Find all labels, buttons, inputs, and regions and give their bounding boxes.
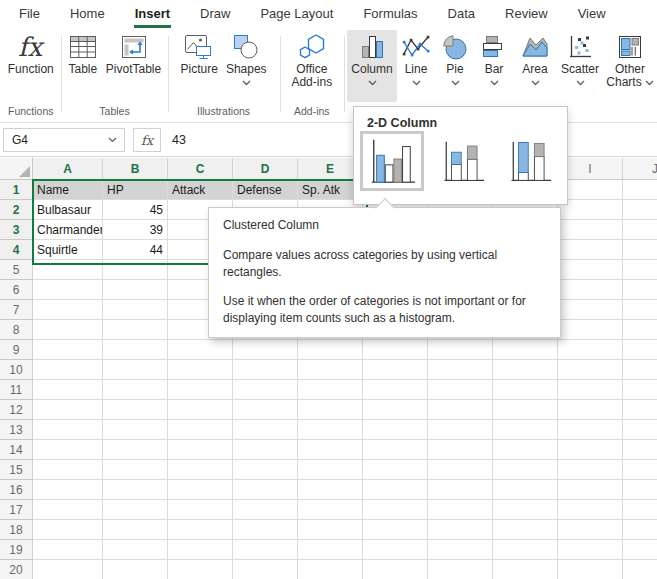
cell-g18[interactable] xyxy=(428,520,493,540)
cell-j17[interactable] xyxy=(623,500,657,520)
cell-c1[interactable]: Attack xyxy=(168,180,233,200)
cell-d1[interactable]: Defense xyxy=(233,180,298,200)
row-header-13[interactable]: 13 xyxy=(0,420,33,440)
cell-j6[interactable] xyxy=(623,280,657,300)
cell-h12[interactable] xyxy=(493,400,558,420)
cell-b11[interactable] xyxy=(103,380,168,400)
row-header-8[interactable]: 8 xyxy=(0,320,33,340)
column-header-c[interactable]: C xyxy=(168,158,233,180)
cell-d19[interactable] xyxy=(233,540,298,560)
cell-e17[interactable] xyxy=(298,500,363,520)
cell-a2[interactable]: Bulbasaur xyxy=(33,200,103,220)
cell-h16[interactable] xyxy=(493,480,558,500)
cell-d16[interactable] xyxy=(233,480,298,500)
ribbon-button-function[interactable]: fxFunction xyxy=(4,30,58,102)
tab-review[interactable]: Review xyxy=(490,0,563,28)
tab-formulas[interactable]: Formulas xyxy=(348,0,432,28)
row-header-17[interactable]: 17 xyxy=(0,500,33,520)
row-header-3[interactable]: 3 xyxy=(0,220,33,240)
ribbon-button-column[interactable]: Column xyxy=(347,30,397,102)
cell-b19[interactable] xyxy=(103,540,168,560)
row-header-18[interactable]: 18 xyxy=(0,520,33,540)
cell-e16[interactable] xyxy=(298,480,363,500)
row-header-19[interactable]: 19 xyxy=(0,540,33,560)
cell-g14[interactable] xyxy=(428,440,493,460)
cell-a19[interactable] xyxy=(33,540,103,560)
cell-a7[interactable] xyxy=(33,300,103,320)
ribbon-button-other-charts[interactable]: OtherCharts xyxy=(603,30,657,102)
cell-h11[interactable] xyxy=(493,380,558,400)
cell-i17[interactable] xyxy=(558,500,623,520)
cell-j18[interactable] xyxy=(623,520,657,540)
cell-b5[interactable] xyxy=(103,260,168,280)
cell-e15[interactable] xyxy=(298,460,363,480)
cell-c11[interactable] xyxy=(168,380,233,400)
tab-data[interactable]: Data xyxy=(433,0,490,28)
cell-j11[interactable] xyxy=(623,380,657,400)
cell-i11[interactable] xyxy=(558,380,623,400)
chevron-down-icon[interactable] xyxy=(531,78,540,88)
cell-a18[interactable] xyxy=(33,520,103,540)
cell-d20[interactable] xyxy=(233,560,298,579)
cell-e12[interactable] xyxy=(298,400,363,420)
column-header-d[interactable]: D xyxy=(233,158,298,180)
chevron-down-icon[interactable] xyxy=(108,137,117,143)
cell-f17[interactable] xyxy=(363,500,428,520)
cell-d9[interactable] xyxy=(233,340,298,360)
cell-a8[interactable] xyxy=(33,320,103,340)
cell-c14[interactable] xyxy=(168,440,233,460)
chevron-down-icon[interactable] xyxy=(576,78,585,88)
cell-d14[interactable] xyxy=(233,440,298,460)
cell-a20[interactable] xyxy=(33,560,103,579)
cell-i9[interactable] xyxy=(558,340,623,360)
cell-a14[interactable] xyxy=(33,440,103,460)
cell-i8[interactable] xyxy=(558,320,623,340)
cell-i15[interactable] xyxy=(558,460,623,480)
column-header-j[interactable]: J xyxy=(623,158,657,180)
cell-a13[interactable] xyxy=(33,420,103,440)
cell-f18[interactable] xyxy=(363,520,428,540)
row-header-15[interactable]: 15 xyxy=(0,460,33,480)
cell-c13[interactable] xyxy=(168,420,233,440)
ribbon-button-table[interactable]: Table xyxy=(64,30,102,102)
cell-e19[interactable] xyxy=(298,540,363,560)
ribbon-button-shapes[interactable]: Shapes xyxy=(222,30,271,102)
cell-f9[interactable] xyxy=(363,340,428,360)
cell-j2[interactable] xyxy=(623,200,657,220)
cell-a9[interactable] xyxy=(33,340,103,360)
clustered-column[interactable] xyxy=(360,131,424,191)
cell-b4[interactable]: 44 xyxy=(103,240,168,260)
cell-j8[interactable] xyxy=(623,320,657,340)
cell-f12[interactable] xyxy=(363,400,428,420)
cell-j12[interactable] xyxy=(623,400,657,420)
cell-b3[interactable]: 39 xyxy=(103,220,168,240)
row-header-16[interactable]: 16 xyxy=(0,480,33,500)
chevron-down-icon[interactable] xyxy=(368,78,377,88)
cell-d18[interactable] xyxy=(233,520,298,540)
tab-view[interactable]: View xyxy=(563,0,621,28)
cell-a16[interactable] xyxy=(33,480,103,500)
cell-c18[interactable] xyxy=(168,520,233,540)
cell-a17[interactable] xyxy=(33,500,103,520)
cell-e18[interactable] xyxy=(298,520,363,540)
cell-i16[interactable] xyxy=(558,480,623,500)
cell-f20[interactable] xyxy=(363,560,428,579)
cell-b18[interactable] xyxy=(103,520,168,540)
hundred-percent-stacked-column[interactable] xyxy=(508,138,552,184)
chevron-down-icon[interactable] xyxy=(412,78,421,88)
column-header-b[interactable]: B xyxy=(103,158,168,180)
cell-b7[interactable] xyxy=(103,300,168,320)
name-box[interactable]: G4 xyxy=(3,128,125,152)
cell-j10[interactable] xyxy=(623,360,657,380)
cell-g20[interactable] xyxy=(428,560,493,579)
column-header-a[interactable]: A xyxy=(33,158,103,180)
ribbon-button-pie[interactable]: Pie xyxy=(435,30,475,102)
chevron-down-icon[interactable] xyxy=(451,78,460,88)
cell-h15[interactable] xyxy=(493,460,558,480)
cell-e14[interactable] xyxy=(298,440,363,460)
row-header-20[interactable]: 20 xyxy=(0,560,33,579)
cell-j3[interactable] xyxy=(623,220,657,240)
cell-f11[interactable] xyxy=(363,380,428,400)
cell-i14[interactable] xyxy=(558,440,623,460)
row-header-9[interactable]: 9 xyxy=(0,340,33,360)
